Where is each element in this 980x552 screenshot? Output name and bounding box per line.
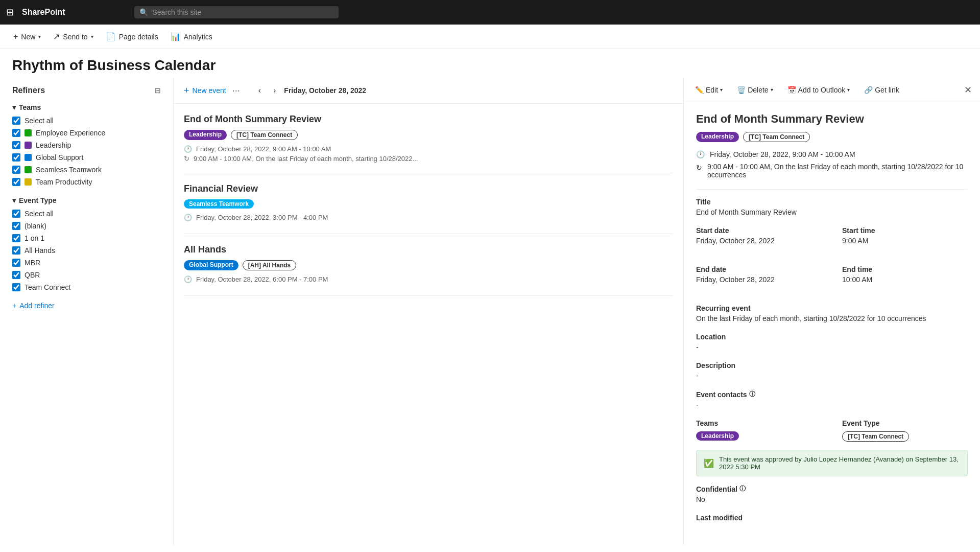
filter-icon[interactable]: ⊟ [155,86,161,95]
detail-date-time-row-2: End date Friday, October 28, 2022 End ti… [696,265,968,294]
sidebar: Refiners ⊟ ▾ Teams Select all Employee E… [0,78,174,545]
refiner-qbr[interactable]: QBR [12,271,161,279]
event-title-3: All Hands [184,244,673,255]
refiner-global-support[interactable]: Global Support [12,153,161,162]
send-to-button[interactable]: ↗ Send to ▾ [48,29,98,44]
last-modified-field: Last modified [696,514,968,522]
page-title-area: Rhythm of Business Calendar [0,49,980,78]
page-details-button[interactable]: 📄 Page details [101,29,163,44]
event-title-1: End of Month Summary Review [184,114,673,125]
prev-date-button[interactable]: ‹ [254,84,265,97]
event-time-2: 🕐 Friday, October 28, 2022, 3:00 PM - 4:… [184,214,673,221]
chevron-down-icon: ▾ [12,196,16,204]
recurring-field: Recurring event On the last Friday of ea… [696,304,968,323]
delete-button[interactable]: 🗑️ Delete ▾ [734,84,776,96]
refiner-label: Select all [25,117,54,125]
event-card-3[interactable]: All Hands Global Support [AH] All Hands … [184,234,673,296]
analytics-button[interactable]: 📊 Analytics [165,29,218,44]
end-date-label: End date [696,265,822,273]
event-card-1[interactable]: End of Month Summary Review Leadership [… [184,104,673,173]
get-link-button[interactable]: 🔗 Get link [861,84,902,96]
refiner-label: Seamless Teamwork [36,166,102,174]
tag-tc-1: [TC] Team Connect [231,130,298,140]
search-bar[interactable]: 🔍 [134,6,339,18]
plus-icon: + [184,85,189,96]
detail-body: End of Month Summary Review Leadership [… [684,102,980,542]
event-card-2[interactable]: Financial Review Seamless Teamwork 🕐 Fri… [184,173,673,234]
recur-icon: ↻ [696,164,702,172]
refiner-blank[interactable]: (blank) [12,222,161,230]
calendar-toolbar: + New event ··· ‹ › Friday, October 28, … [174,78,683,104]
start-date-field: Start date Friday, October 28, 2022 [696,226,822,245]
1on1-checkbox[interactable] [12,234,20,242]
chevron-down-icon: ▾ [91,34,93,39]
teams-col-label: Teams [696,419,822,427]
all-hands-checkbox[interactable] [12,246,20,255]
page-title: Rhythm of Business Calendar [12,57,968,74]
page-icon: 📄 [106,32,116,41]
employee-experience-checkbox[interactable] [12,129,20,137]
recurring-label: Recurring event [696,304,968,312]
chevron-down-icon: ▾ [38,34,41,39]
plus-icon: + [12,302,16,310]
tag-leadership-1: Leadership [184,130,227,140]
chevron-down-icon: ▾ [720,87,723,93]
select-all-event-checkbox[interactable] [12,210,20,218]
location-value: - [696,343,968,351]
waffle-icon[interactable]: ⊞ [6,7,14,18]
location-label: Location [696,333,968,341]
next-date-button[interactable]: › [269,84,280,97]
refiners-header: Refiners ⊟ [12,86,161,95]
refiner-label: Employee Experience [36,129,105,137]
calendar-icon: 📅 [787,86,796,94]
top-nav: ⊞ SharePoint 🔍 [0,0,980,25]
tag-ah-3: [AH] All Hands [243,260,297,270]
detail-toolbar: ✏️ Edit ▾ 🗑️ Delete ▾ 📅 Add to Outlook ▾… [684,78,980,102]
add-to-outlook-button[interactable]: 📅 Add to Outlook ▾ [784,84,853,96]
description-value: - [696,372,968,380]
refiner-select-all-teams[interactable]: Select all [12,117,161,125]
refiner-select-all-event[interactable]: Select all [12,210,161,218]
leadership-checkbox[interactable] [12,141,20,149]
detail-recur: ↻ 9:00 AM - 10:00 AM, On the last Friday… [696,163,968,179]
select-all-teams-checkbox[interactable] [12,117,20,125]
teams-group-header[interactable]: ▾ Teams [12,103,161,111]
refiner-employee-experience[interactable]: Employee Experience [12,129,161,137]
new-button[interactable]: + New ▾ [8,29,46,44]
refiner-team-productivity[interactable]: Team Productivity [12,178,161,186]
seamless-teamwork-checkbox[interactable] [12,166,20,174]
more-options-button[interactable]: ··· [232,85,240,96]
refiner-all-hands[interactable]: All Hands [12,246,161,255]
refiner-seamless-teamwork[interactable]: Seamless Teamwork [12,166,161,174]
refiner-1on1[interactable]: 1 on 1 [12,234,161,242]
refiner-leadership[interactable]: Leadership [12,141,161,149]
add-refiner-button[interactable]: + Add refiner [12,302,55,310]
detail-tag-leadership: Leadership [696,132,739,142]
close-button[interactable]: ✕ [964,84,972,96]
refiner-team-connect[interactable]: Team Connect [12,283,161,291]
refiner-label: 1 on 1 [25,234,44,242]
refiner-label: Select all [25,210,54,218]
event-type-refiner-group: ▾ Event Type Select all (blank) 1 on 1 A… [12,196,161,291]
main-layout: Refiners ⊟ ▾ Teams Select all Employee E… [0,78,980,545]
end-time-label: End time [842,265,968,273]
team-productivity-color [25,178,32,186]
last-modified-label: Last modified [696,514,968,522]
info-icon: ⓘ [749,390,755,399]
title-value: End of Month Summary Review [696,208,968,216]
mbr-checkbox[interactable] [12,259,20,267]
global-support-checkbox[interactable] [12,153,20,162]
approved-banner: ✅ This event was approved by Julio Lopez… [696,450,968,476]
start-time-value: 9:00 AM [842,237,968,245]
team-connect-checkbox[interactable] [12,283,20,291]
team-productivity-checkbox[interactable] [12,178,20,186]
refiner-mbr[interactable]: MBR [12,259,161,267]
new-event-button[interactable]: + New event [184,85,226,96]
blank-checkbox[interactable] [12,222,20,230]
event-type-group-header[interactable]: ▾ Event Type [12,196,161,204]
edit-button[interactable]: ✏️ Edit ▾ [692,84,726,96]
qbr-checkbox[interactable] [12,271,20,279]
clock-icon: 🕐 [184,214,192,221]
confidential-field: Confidential ⓘ No [696,485,968,503]
search-input[interactable] [152,8,333,16]
